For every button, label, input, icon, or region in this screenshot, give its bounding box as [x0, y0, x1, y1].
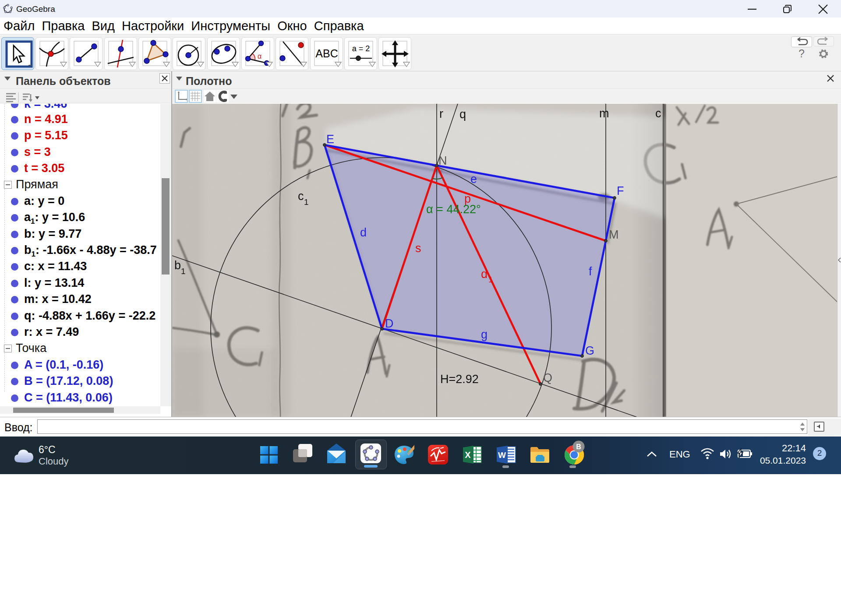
svg-text:e: e	[470, 172, 477, 186]
svg-text:c: c	[298, 190, 304, 203]
svg-text:s: s	[415, 242, 421, 255]
svg-text:ABC: ABC	[315, 47, 338, 60]
svg-text:r: r	[439, 107, 443, 120]
svg-text:1: 1	[304, 197, 309, 207]
svg-text:m: m	[599, 107, 609, 120]
svg-text:F: F	[617, 184, 624, 197]
svg-text:M: M	[609, 228, 619, 241]
svg-text:a = 2: a = 2	[352, 44, 370, 53]
svg-text:1: 1	[488, 275, 493, 284]
svg-text:d: d	[481, 268, 488, 281]
svg-text:W: W	[498, 451, 506, 460]
svg-text:G: G	[585, 344, 594, 357]
svg-text:E: E	[326, 133, 334, 146]
svg-text:α: α	[258, 53, 261, 60]
svg-text:f: f	[589, 265, 592, 278]
svg-text:α = 44.22°: α = 44.22°	[426, 203, 481, 216]
svg-text:D: D	[385, 317, 394, 330]
svg-text:X: X	[465, 450, 471, 460]
svg-text:Q: Q	[543, 371, 552, 384]
svg-text:d: d	[360, 226, 367, 239]
svg-text:q: q	[459, 108, 466, 121]
svg-text:b: b	[174, 259, 181, 272]
svg-text:B: B	[576, 443, 581, 451]
svg-text:1: 1	[181, 267, 186, 276]
svg-text:N: N	[438, 154, 447, 167]
svg-text:g: g	[481, 328, 488, 341]
svg-text:c: c	[655, 107, 661, 120]
svg-text:H=2.92: H=2.92	[440, 373, 479, 386]
